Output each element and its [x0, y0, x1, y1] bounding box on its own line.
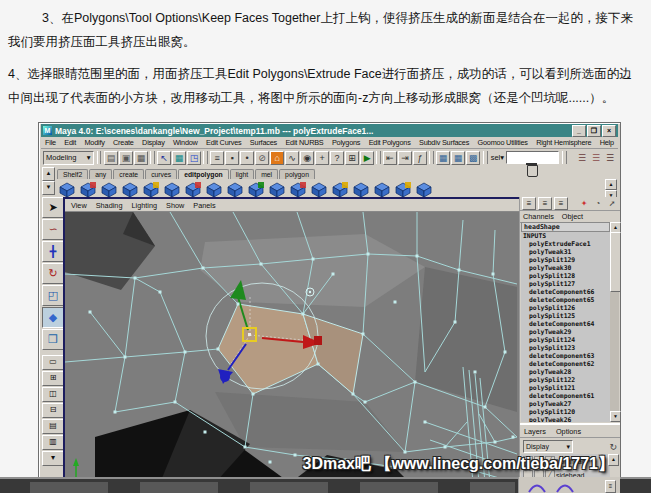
- history-node-polysplit124[interactable]: polySplit124: [521, 336, 610, 344]
- menu-file[interactable]: File: [45, 138, 56, 147]
- menu-edit-curves[interactable]: Edit Curves: [206, 138, 242, 147]
- layout-outliner-button[interactable]: ▤: [42, 419, 64, 434]
- channel-scrollbar[interactable]: ▲ ▼: [610, 222, 619, 422]
- menu-window[interactable]: Window: [173, 138, 198, 147]
- mini-scrollbar[interactable]: ≡: [605, 480, 616, 493]
- layout-split-v-button[interactable]: ◫: [42, 387, 64, 402]
- viewport-canvas[interactable]: [65, 212, 517, 483]
- panel-menu-show[interactable]: Show: [166, 201, 184, 210]
- menu-set-dropdown[interactable]: Modeling▾: [43, 151, 94, 165]
- shelf-tab-polygon[interactable]: polygon: [279, 169, 315, 179]
- select-component-icon[interactable]: ◳: [187, 151, 201, 165]
- menu-modify[interactable]: Modify: [84, 138, 104, 147]
- layer-menu-layers[interactable]: Layers: [524, 427, 546, 436]
- show-manipulator-tool[interactable]: ◆: [42, 307, 64, 328]
- history-node-deletecomponent62[interactable]: deleteComponent62: [521, 360, 610, 368]
- ipr-render-icon[interactable]: ▩: [466, 151, 480, 165]
- shelf-poly-tool-icon[interactable]: [120, 180, 140, 198]
- history-node-deletecomponent65[interactable]: deleteComponent65: [521, 296, 610, 304]
- history-node-deletecomponent64[interactable]: deleteComponent64: [521, 320, 610, 328]
- menu-edit-nurbs[interactable]: Edit NURBS: [285, 138, 323, 147]
- menu-surfaces[interactable]: Surfaces: [250, 138, 277, 147]
- shelf-tab-create[interactable]: create: [113, 169, 144, 179]
- shelf-poly-tool-icon[interactable]: [309, 180, 329, 198]
- menu-create[interactable]: Create: [113, 138, 134, 147]
- history-node-polytweak28[interactable]: polyTweak28: [521, 368, 610, 376]
- history-node-polysplit126[interactable]: polySplit126: [521, 304, 610, 312]
- layout-hypergraph-button[interactable]: ▥: [42, 435, 64, 450]
- channel-layout-1-icon[interactable]: ≡: [522, 197, 536, 210]
- save-scene-icon[interactable]: ▦: [134, 151, 148, 165]
- snap-view-icon[interactable]: ◉: [300, 151, 314, 165]
- snap-grid-icon[interactable]: ⌂: [270, 151, 284, 165]
- arrow-tool-icon[interactable]: ➚: [606, 198, 618, 209]
- last-tool[interactable]: ❒: [42, 329, 64, 350]
- menu-subdiv-surfaces[interactable]: Subdiv Surfaces: [419, 138, 469, 147]
- history-node-polysplit127[interactable]: polySplit127: [521, 280, 610, 288]
- title-bar[interactable]: M Maya 4.0: E:\scenes\dankangle\New_Proj…: [41, 124, 618, 137]
- maximize-button[interactable]: ❐: [587, 125, 601, 137]
- layout-split-h-button[interactable]: ⊟: [42, 403, 64, 418]
- shelf-poly-tool-icon[interactable]: [225, 180, 245, 198]
- rotate-tool[interactable]: ↻: [42, 263, 64, 284]
- menu-polygons[interactable]: Polygons: [332, 138, 360, 147]
- panel-menu-shading[interactable]: Shading: [96, 201, 123, 210]
- lock-icon[interactable]: ⊞: [345, 151, 359, 165]
- history-node-polyextrudeface1[interactable]: polyExtrudeFace1: [521, 240, 610, 248]
- help-mode-icon[interactable]: ?: [330, 151, 344, 165]
- menu-edit[interactable]: Edit: [64, 138, 76, 147]
- shelf-tab-mel[interactable]: mel: [255, 169, 278, 179]
- layout-more-dropdown[interactable]: ▾: [42, 451, 64, 466]
- minimize-button[interactable]: _: [572, 125, 586, 137]
- live-surface-icon[interactable]: ▶: [360, 151, 374, 165]
- select-tool[interactable]: ➤: [42, 197, 64, 218]
- perspective-viewport[interactable]: ViewShadingLightingShowPanels: [63, 197, 523, 493]
- cb-menu-channels[interactable]: Channels: [523, 212, 554, 221]
- history-node-polytweak31[interactable]: polyTweak31: [521, 248, 610, 256]
- menu-edit-polygons[interactable]: Edit Polygons: [369, 138, 411, 147]
- shelf-scroll[interactable]: ▲ ▼: [605, 179, 617, 198]
- render-current-icon[interactable]: ▦: [451, 151, 465, 165]
- shelf-tab-shelf2[interactable]: Shelf2: [57, 169, 88, 179]
- menu-display[interactable]: Display: [142, 138, 165, 147]
- shelf-poly-tool-icon[interactable]: [57, 180, 77, 198]
- menu-right-hemisphere[interactable]: Right Hemisphere: [536, 138, 591, 147]
- history-node-polytweak27[interactable]: polyTweak27: [521, 400, 610, 408]
- shelf-poly-tool-icon[interactable]: [372, 180, 392, 198]
- shelf-menu-up-icon[interactable]: ▲: [42, 167, 55, 181]
- new-scene-icon[interactable]: ▤: [104, 151, 118, 165]
- shelf-poly-tool-icon[interactable]: [330, 180, 350, 198]
- history-node-polytweak26[interactable]: polyTweak26: [521, 416, 610, 422]
- shelf-poly-tool-icon[interactable]: [141, 180, 161, 198]
- snap-lines-icon[interactable]: ≡: [210, 151, 224, 165]
- open-scene-icon[interactable]: ▣: [119, 151, 133, 165]
- history-node-polysplit125[interactable]: polySplit125: [521, 312, 610, 320]
- panel-menu-lighting[interactable]: Lighting: [131, 201, 157, 210]
- snap-curve-icon[interactable]: ∿: [285, 151, 299, 165]
- select-object-icon[interactable]: ▦: [172, 151, 186, 165]
- show-channel-box-icon[interactable]: ☰: [604, 152, 616, 164]
- construction-history-icon[interactable]: ƒ: [413, 151, 427, 165]
- shelf-menu-down-icon[interactable]: ▼: [42, 181, 55, 195]
- layer-display-dropdown[interactable]: Display▾: [523, 440, 573, 453]
- shelf-tab-curves[interactable]: curves: [145, 169, 177, 179]
- scale-tool[interactable]: ◰: [42, 285, 64, 306]
- lasso-tool[interactable]: ∽: [42, 219, 64, 240]
- layout-single-button[interactable]: ▭: [42, 355, 64, 370]
- channel-layout-3-icon[interactable]: ≡: [554, 197, 568, 210]
- history-node-polysplit120[interactable]: polySplit120: [521, 408, 610, 416]
- show-tool-settings-icon[interactable]: ☰: [590, 152, 602, 164]
- shelf-poly-tool-icon[interactable]: [162, 180, 182, 198]
- select-hierarchy-icon[interactable]: ↖: [157, 151, 171, 165]
- close-button[interactable]: ×: [602, 125, 616, 137]
- layer-menu-options[interactable]: Options: [556, 427, 581, 436]
- snap-dot-icon[interactable]: •: [240, 151, 254, 165]
- shelf-scroll-up-icon[interactable]: ▲: [605, 179, 617, 190]
- history-node-polysplit123[interactable]: polySplit123: [521, 344, 610, 352]
- shelf-poly-tool-icon[interactable]: [183, 180, 203, 198]
- layout-four-button[interactable]: ⊞: [42, 371, 64, 386]
- menu-goomoo-utilities[interactable]: Goomoo Utilities: [477, 138, 527, 147]
- shelf-poly-tool-icon[interactable]: [288, 180, 308, 198]
- shelf-tab-widget[interactable]: ▲ ▼: [42, 167, 55, 195]
- shelf-tab-any[interactable]: any: [89, 169, 112, 179]
